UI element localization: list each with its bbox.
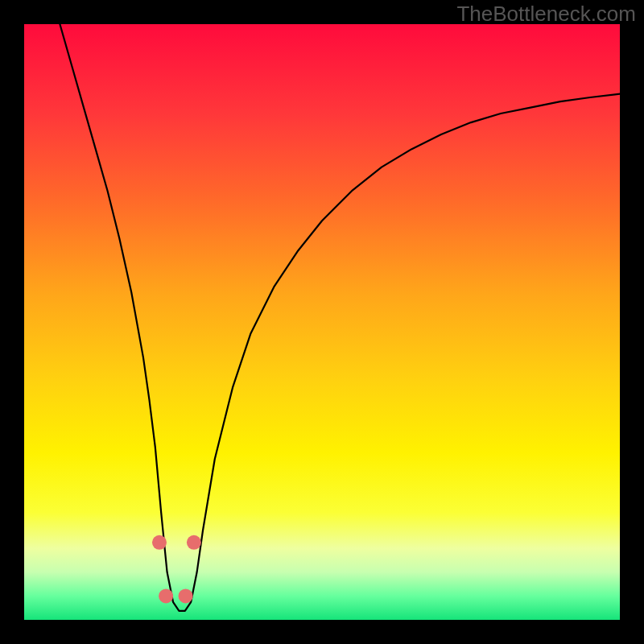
marker-point-0	[152, 535, 167, 550]
marker-point-2	[179, 588, 193, 603]
chart-svg	[24, 24, 620, 620]
svg-rect-0	[24, 24, 620, 620]
marker-point-3	[187, 535, 201, 550]
watermark-text: TheBottleneck.com	[456, 2, 636, 27]
bottleneck-chart	[24, 24, 620, 620]
marker-point-1	[159, 588, 173, 603]
